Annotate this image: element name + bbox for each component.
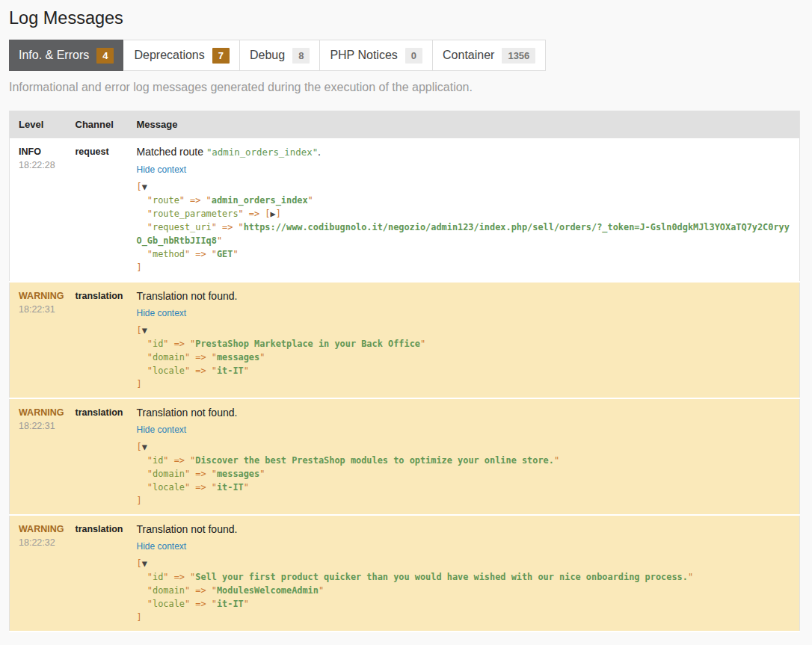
dump-key: id — [153, 339, 163, 349]
dump-key: locale — [153, 482, 185, 493]
dump-string: ModulesWelcomeAdmin — [217, 585, 319, 596]
dump-string: it-IT — [217, 599, 244, 609]
dump-key: domain — [153, 585, 185, 596]
dump-string: GET — [217, 249, 233, 259]
dump-punctuation: " => " — [179, 195, 212, 206]
dump-punctuation: " => " — [185, 352, 217, 362]
dump-punctuation: ] — [137, 612, 142, 623]
channel-cell: request — [67, 138, 128, 282]
message-cell: Translation not found. Hide context [▼ "… — [128, 282, 800, 398]
tab-container[interactable]: Container 1356 — [433, 40, 546, 71]
dump-punctuation: " — [244, 482, 249, 493]
log-channel: translation — [76, 524, 123, 534]
dump-punctuation: ] — [137, 262, 142, 273]
dump-punctuation: " — [137, 585, 153, 596]
message-code: "admin_orders_index" — [206, 146, 318, 158]
tab-deprecations[interactable]: Deprecations 7 — [123, 40, 240, 71]
dump-toggle-icon[interactable]: ▼ — [142, 442, 147, 452]
dump-toggle-icon[interactable]: ▶ — [271, 209, 276, 219]
dump-punctuation: " — [688, 572, 693, 582]
dump-punctuation: [ — [137, 558, 142, 569]
hide-context-link[interactable]: Hide context — [137, 424, 187, 436]
hide-context-link[interactable]: Hide context — [137, 164, 187, 176]
dump-key: locale — [153, 599, 185, 609]
dump-toggle-icon[interactable]: ▼ — [142, 182, 147, 192]
dump-punctuation: " => " — [185, 249, 217, 259]
dump-punctuation: " — [137, 599, 153, 609]
dump-punctuation: ] — [137, 379, 142, 389]
tab-badge: 4 — [96, 48, 114, 64]
channel-cell: translation — [67, 282, 128, 398]
log-level: WARNING — [19, 289, 58, 303]
dump-punctuation: " — [308, 195, 313, 206]
channel-cell: translation — [67, 398, 128, 515]
hide-context-link[interactable]: Hide context — [137, 307, 187, 319]
dump-punctuation: " — [244, 599, 249, 609]
level-cell: INFO 18:22:28 — [10, 138, 67, 282]
dump-punctuation: " — [137, 572, 153, 582]
dump-punctuation: " — [137, 455, 153, 466]
message-text: . — [318, 146, 321, 158]
dump-punctuation: " => [ — [239, 209, 271, 219]
dump-punctuation: " — [554, 455, 559, 466]
level-cell: WARNING 18:22:31 — [10, 398, 67, 515]
tab-badge: 1356 — [502, 48, 535, 64]
level-cell: WARNING 18:22:32 — [10, 515, 67, 632]
dump-punctuation: " — [137, 339, 153, 349]
tab-info-errors[interactable]: Info. & Errors 4 — [9, 40, 123, 71]
dump-punctuation: [ — [137, 182, 142, 192]
log-table: Level Channel Message INFO 18:22:28 requ… — [9, 111, 800, 632]
log-time: 18:22:32 — [19, 536, 58, 549]
log-row: WARNING 18:22:31 translation Translation… — [10, 282, 800, 398]
dump-punctuation: ] — [137, 496, 142, 506]
log-level: WARNING — [19, 406, 58, 419]
dump-key: domain — [153, 469, 185, 479]
log-level: WARNING — [19, 522, 58, 536]
dump-toggle-icon[interactable]: ▼ — [142, 325, 147, 336]
message-text: Translation not found. — [137, 407, 238, 419]
column-header-message: Message — [128, 111, 800, 138]
dump-punctuation: " => " — [163, 572, 195, 582]
dump-string: messages — [217, 352, 259, 362]
column-header-level: Level — [10, 111, 67, 138]
dump-punctuation: [ — [137, 442, 142, 452]
tab-label: Info. & Errors — [19, 49, 89, 62]
message-cell: Matched route "admin_orders_index". Hide… — [128, 138, 800, 282]
dump-punctuation: " — [233, 249, 238, 259]
log-channel: request — [76, 146, 109, 157]
log-level: INFO — [19, 145, 58, 158]
message-cell: Translation not found. Hide context [▼ "… — [128, 515, 800, 632]
message-text: Matched route — [137, 146, 206, 158]
dump-punctuation: " — [137, 365, 153, 376]
log-message: Translation not found. — [137, 289, 791, 303]
dump-punctuation: " => " — [163, 339, 195, 349]
message-text: Translation not found. — [137, 523, 238, 535]
tab-navigation: Info. & Errors 4 Deprecations 7 Debug 8 … — [9, 40, 800, 71]
dump-toggle-icon[interactable]: ▼ — [142, 558, 147, 569]
context-dump: [▼ "id" => "Sell your first product quic… — [137, 557, 791, 624]
dump-punctuation: " — [420, 339, 425, 349]
table-header-row: Level Channel Message — [10, 111, 800, 138]
log-time: 18:22:31 — [19, 303, 58, 316]
dump-string: PrestaShop Marketplace in your Back Offi… — [195, 339, 420, 349]
dump-punctuation: " — [217, 235, 222, 246]
tab-label: Container — [443, 49, 494, 62]
dump-punctuation: ] — [276, 209, 281, 219]
hide-context-link[interactable]: Hide context — [137, 540, 187, 552]
dump-string: Sell your first product quicker than you… — [195, 572, 688, 582]
dump-punctuation: " => " — [185, 599, 217, 609]
dump-key: id — [153, 572, 163, 582]
log-channel: translation — [76, 291, 123, 301]
dump-punctuation: " — [137, 352, 153, 362]
page-description: Informational and error log messages gen… — [9, 81, 800, 94]
dump-punctuation: " => " — [185, 469, 217, 479]
dump-string: it-IT — [217, 365, 244, 376]
dump-punctuation: " => " — [185, 365, 217, 376]
dump-punctuation: " — [137, 482, 153, 493]
tab-debug[interactable]: Debug 8 — [240, 40, 320, 71]
channel-cell: translation — [67, 515, 128, 632]
dump-punctuation: " — [137, 195, 153, 206]
tab-php-notices[interactable]: PHP Notices 0 — [320, 40, 433, 71]
dump-punctuation: " — [137, 249, 153, 259]
log-row: WARNING 18:22:32 translation Translation… — [10, 515, 800, 632]
